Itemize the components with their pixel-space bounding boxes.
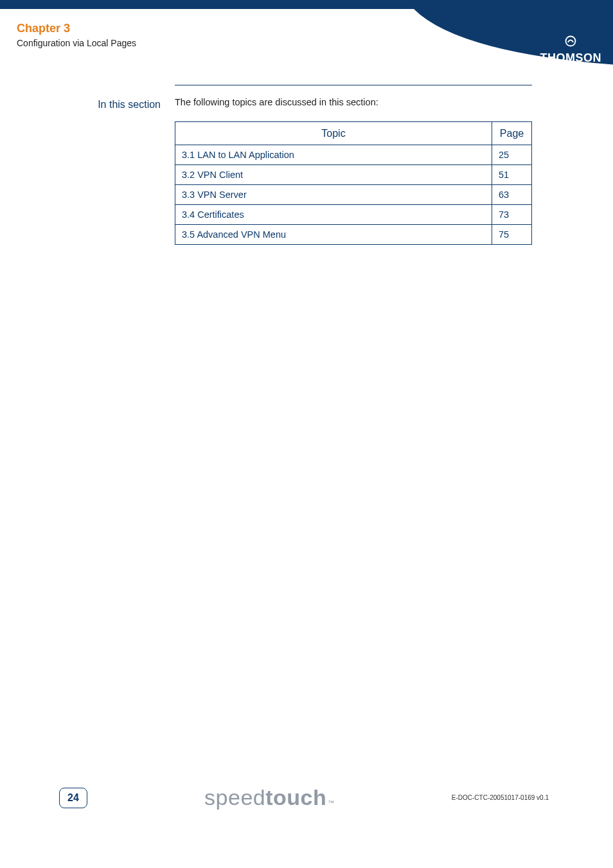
table-row: 3.1 LAN to LAN Application 25 bbox=[175, 145, 532, 165]
topic-cell[interactable]: 3.2 VPN Client bbox=[175, 165, 492, 185]
content-area: In this section The following topics are… bbox=[0, 85, 613, 245]
table-header-topic: Topic bbox=[175, 122, 492, 145]
page-cell[interactable]: 63 bbox=[492, 185, 532, 205]
topic-cell[interactable]: 3.1 LAN to LAN Application bbox=[175, 145, 492, 165]
section-intro: The following topics are discussed in th… bbox=[175, 97, 532, 107]
table-row: 3.2 VPN Client 51 bbox=[175, 165, 532, 185]
page-cell[interactable]: 25 bbox=[492, 145, 532, 165]
logo-tm: ™ bbox=[328, 799, 335, 806]
table-row: 3.5 Advanced VPN Menu 75 bbox=[175, 225, 532, 245]
page-cell[interactable]: 51 bbox=[492, 165, 532, 185]
brand-name: THOMSON bbox=[540, 51, 602, 65]
chapter-subtitle: Configuration via Local Pages bbox=[17, 38, 613, 48]
page-number-badge: 24 bbox=[59, 788, 87, 808]
top-bar bbox=[0, 0, 613, 9]
section-main: The following topics are discussed in th… bbox=[175, 85, 532, 245]
topic-cell[interactable]: 3.4 Certificates bbox=[175, 205, 492, 225]
footer-logo: speedtouch™ bbox=[204, 785, 335, 810]
page-cell[interactable]: 75 bbox=[492, 225, 532, 245]
section-divider bbox=[175, 85, 532, 85]
page-footer: 24 speedtouch™ E-DOC-CTC-20051017-0169 v… bbox=[0, 785, 613, 810]
topic-cell[interactable]: 3.3 VPN Server bbox=[175, 185, 492, 205]
topic-cell[interactable]: 3.5 Advanced VPN Menu bbox=[175, 225, 492, 245]
logo-part-light: speed bbox=[204, 785, 265, 810]
page-cell[interactable]: 73 bbox=[492, 205, 532, 225]
table-row: 3.4 Certificates 73 bbox=[175, 205, 532, 225]
table-header-row: Topic Page bbox=[175, 122, 532, 145]
document-id: E-DOC-CTC-20051017-0169 v0.1 bbox=[452, 794, 549, 801]
topics-table: Topic Page 3.1 LAN to LAN Application 25… bbox=[175, 121, 532, 245]
table-row: 3.3 VPN Server 63 bbox=[175, 185, 532, 205]
table-header-page: Page bbox=[492, 122, 532, 145]
chapter-title: Chapter 3 bbox=[17, 22, 613, 35]
logo-part-bold: touch bbox=[265, 785, 326, 810]
page-number: 24 bbox=[67, 792, 79, 804]
page-header: Chapter 3 Configuration via Local Pages … bbox=[0, 9, 613, 64]
section-side-label: In this section bbox=[0, 85, 175, 111]
